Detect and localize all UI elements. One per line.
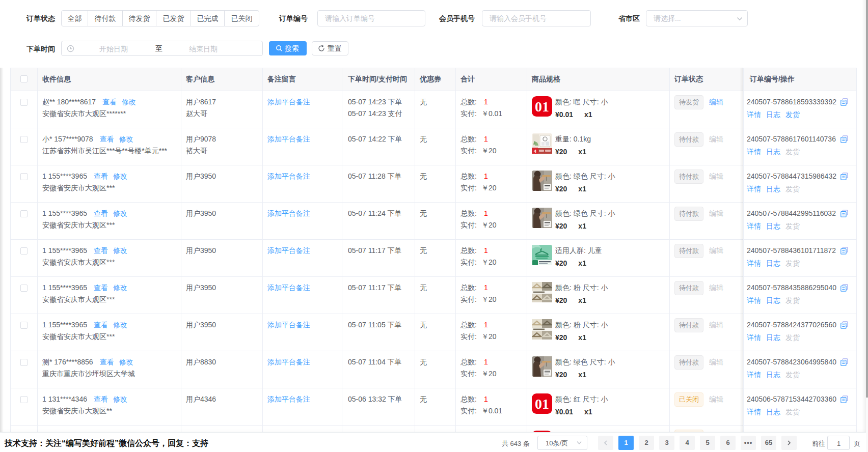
svg-text:4: 4: [534, 149, 536, 154]
svg-text:01: 01: [535, 99, 549, 115]
svg-text:01: 01: [535, 396, 549, 412]
